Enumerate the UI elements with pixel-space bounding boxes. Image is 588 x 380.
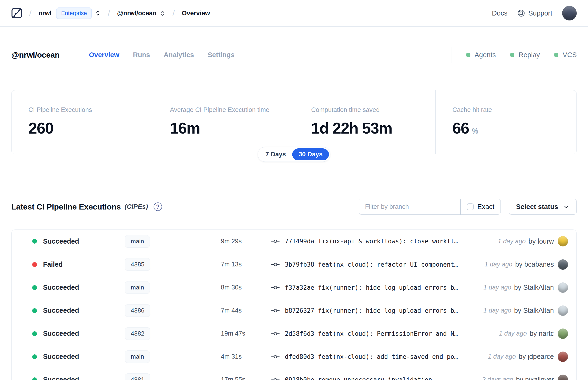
commit-message[interactable]: 0918b0be remove unnecessary invalidation [285,376,432,380]
docs-link[interactable]: Docs [492,9,507,17]
git-commit-icon [271,354,280,360]
org-switcher-chevron-icon[interactable] [95,9,101,17]
status-dot-icon [32,239,37,244]
support-link[interactable]: Support [517,9,552,17]
time-ago: 1 day ago [483,284,511,291]
stat-suffix: % [472,127,478,135]
status-dot-icon [32,354,37,359]
commit-message[interactable]: 771499da fix(nx-api & workflows): close … [285,238,458,245]
nx-cloud-logo-icon[interactable] [11,8,22,19]
row-duration: 19m 47s [218,330,268,337]
commit-message[interactable]: b8726327 fix(runner): hide log upload er… [285,307,458,314]
row-commit: 771499da fix(nx-api & workflows): close … [271,238,492,245]
row-commit: 0918b0be remove unnecessary invalidation [271,376,476,380]
row-branch: main [119,350,218,363]
commit-message[interactable]: f37a32ae fix(runner): hide log upload er… [285,284,458,291]
top-navbar: / nrwl Enterprise / @nrwl/ocean / Overvi… [0,0,588,27]
tab-runs[interactable]: Runs [133,51,150,59]
branch-chip[interactable]: 4381 [125,373,150,380]
author-avatar [558,352,568,362]
branch-chip[interactable]: 4386 [125,304,150,317]
cipe-row[interactable]: Succeeded 4382 19m 47s 2d58f6d3 feat(nx-… [12,322,576,345]
stat-value: 1d 22h 53m [311,119,418,137]
stats-cards: CI Pipeline Executions 260 Average CI Pi… [11,90,577,154]
chevron-down-icon [563,203,569,210]
row-duration: 7m 44s [218,307,268,314]
cipe-row[interactable]: Succeeded 4381 17m 55s 0918b0be remove u… [12,368,576,380]
user-avatar[interactable] [562,6,577,20]
branch-chip[interactable]: main [125,350,150,363]
row-status: Succeeded [43,237,119,245]
date-range-toggle: 7 Days 30 Days [258,147,330,162]
branch-chip[interactable]: 4385 [125,258,150,271]
enterprise-plan-badge[interactable]: Enterprise [56,7,92,19]
row-meta: 1 day ago by StalkAltan [483,283,568,293]
select-status-button[interactable]: Select status [509,199,577,215]
breadcrumb-separator: / [29,9,31,18]
breadcrumb-workspace[interactable]: @nrwl/ocean [117,10,156,17]
status-dot-icon [32,378,37,380]
navbar-right: Docs Support [492,6,577,20]
commit-message[interactable]: 3b79fb38 feat(nx-cloud): refactor UI com… [285,261,458,268]
git-commit-icon [271,307,280,314]
time-ago: 1 day ago [483,307,511,314]
workspace-switcher-chevron-icon[interactable] [160,9,165,17]
row-meta: 1 day ago by nartc [499,328,568,339]
exact-checkbox[interactable] [467,203,474,210]
breadcrumb-org[interactable]: nrwl [38,10,52,17]
row-duration: 4m 31s [218,353,268,360]
range-30-days[interactable]: 30 Days [292,148,329,160]
cipe-row[interactable]: Succeeded main 9m 29s 771499da fix(nx-ap… [12,230,576,253]
branch-chip[interactable]: main [125,235,150,247]
tab-analytics[interactable]: Analytics [164,51,194,59]
stat-label: Computation time saved [311,106,418,114]
row-branch: main [119,281,218,294]
select-status-label: Select status [516,203,558,211]
cipe-row[interactable]: Failed 4385 7m 13s 3b79fb38 feat(nx-clou… [12,253,576,276]
exact-toggle[interactable]: Exact [461,203,501,211]
row-meta: 1 day ago by bcabanes [485,259,568,270]
author-avatar [558,236,568,247]
exact-label: Exact [477,203,495,211]
integration-replay[interactable]: Replay [510,51,540,59]
git-commit-icon [271,285,280,291]
branch-chip[interactable]: 4382 [125,327,150,340]
commit-message[interactable]: 2d58f6d3 feat(nx-cloud): PermissionError… [285,330,458,337]
integration-agents[interactable]: Agents [466,51,496,59]
commit-message[interactable]: dfed80d3 feat(nx-cloud): add time-saved … [285,353,458,360]
author-avatar [558,259,568,270]
range-7-days[interactable]: 7 Days [259,148,292,160]
cipe-row[interactable]: Succeeded 4386 7m 44s b8726327 fix(runne… [12,299,576,322]
row-author: by StalkAltan [514,307,554,314]
status-dot-icon [32,262,37,267]
row-duration: 9m 29s [218,238,268,245]
row-author: by nixallover [516,376,554,380]
author-avatar [558,328,568,339]
tab-settings[interactable]: Settings [208,51,234,59]
cipe-title: Latest CI Pipeline Executions [11,202,121,211]
branch-filter-input[interactable] [359,203,460,210]
branch-chip[interactable]: main [125,281,150,294]
row-branch: 4381 [119,373,218,380]
workspace-title: @nrwl/ocean [11,50,59,59]
branch-filter-group: Exact [359,199,501,215]
cipe-row[interactable]: Succeeded main 8m 30s f37a32ae fix(runne… [12,276,576,299]
row-status: Succeeded [43,307,119,314]
time-ago: 2 days ago [482,376,513,380]
stat-cipe-count: CI Pipeline Executions 260 [12,90,153,154]
stat-value: 16m [170,119,277,137]
row-status: Succeeded [43,284,119,291]
row-branch: 4386 [119,304,218,317]
cipe-row[interactable]: Succeeded main 4m 31s dfed80d3 feat(nx-c… [12,345,576,368]
cipe-title-wrap: Latest CI Pipeline Executions (CIPEs) ? [11,202,162,211]
workspace-header: @nrwl/ocean Overview Runs Analytics Sett… [11,48,577,61]
row-commit: 3b79fb38 feat(nx-cloud): refactor UI com… [271,261,479,268]
git-commit-icon [271,262,280,267]
status-dot-icon [32,285,37,290]
help-icon[interactable]: ? [153,203,162,211]
row-branch: main [119,235,218,247]
tab-overview[interactable]: Overview [89,51,119,59]
row-meta: 1 day ago by StalkAltan [483,305,568,316]
stat-label: Average CI Pipeline Execution time [170,106,277,114]
integration-vcs[interactable]: VCS [554,51,577,59]
